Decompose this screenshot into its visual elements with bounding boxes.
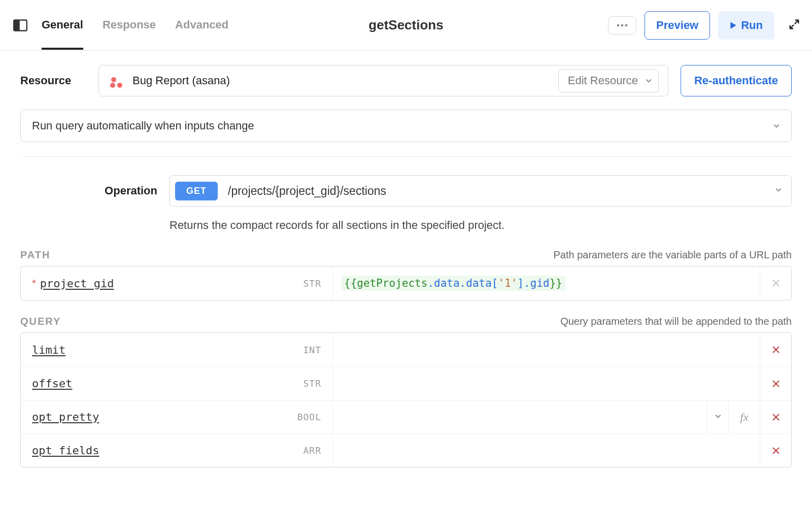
param-type: ARR	[303, 445, 321, 456]
path-title: PATH	[20, 249, 50, 261]
panel-layout-icon[interactable]	[12, 17, 28, 33]
svg-point-3	[621, 24, 624, 26]
run-mode-select[interactable]: Run query automatically when inputs chan…	[20, 110, 792, 142]
expand-icon[interactable]	[789, 19, 800, 32]
param-name[interactable]: limit	[32, 344, 65, 356]
path-section-header: PATH Path parameters are the variable pa…	[20, 249, 792, 261]
param-value-input[interactable]	[333, 367, 760, 400]
query-description: Query parameters that will be appended t…	[560, 316, 792, 327]
edit-resource-button[interactable]: Edit Resource	[558, 69, 659, 92]
param-type: INT	[303, 345, 321, 355]
svg-point-4	[625, 24, 628, 26]
delete-param-button[interactable]	[760, 400, 791, 433]
resource-row: Resource Bug Report (asana) Edit Resourc…	[20, 65, 792, 96]
param-key-cell: opt_fieldsARR	[21, 434, 333, 467]
run-button[interactable]: Run	[718, 11, 774, 40]
param-name[interactable]: opt_pretty	[32, 411, 99, 423]
param-name[interactable]: project_gid	[40, 277, 114, 290]
bool-dropdown[interactable]	[707, 400, 728, 433]
template-expression: {{getProjects.data.data['1'].gid}}	[341, 276, 565, 291]
path-params-table: *project_gidSTR{{getProjects.data.data['…	[20, 266, 792, 300]
param-type: STR	[303, 378, 321, 389]
svg-rect-1	[14, 20, 20, 30]
param-value-input[interactable]: {{getProjects.data.data['1'].gid}}	[333, 266, 760, 300]
param-row: *project_gidSTR{{getProjects.data.data['…	[21, 266, 791, 300]
chevron-down-icon	[645, 74, 652, 87]
query-title: QUERY	[20, 316, 61, 327]
http-method-badge: GET	[175, 182, 218, 200]
tab-advanced[interactable]: Advanced	[175, 1, 228, 50]
reauthenticate-button[interactable]: Re-authenticate	[681, 65, 792, 96]
required-asterisk: *	[32, 278, 36, 289]
resource-select[interactable]: Bug Report (asana) Edit Resource	[98, 65, 668, 96]
play-icon	[730, 21, 737, 29]
run-mode-label: Run query automatically when inputs chan…	[32, 119, 254, 132]
param-value-input[interactable]	[333, 333, 760, 366]
query-editor-header: General Response Advanced getSections Pr…	[0, 0, 812, 51]
operation-row: Operation GET /projects/{project_gid}/se…	[20, 175, 792, 207]
svg-point-2	[617, 24, 620, 26]
param-value-input[interactable]	[333, 434, 760, 467]
tab-response[interactable]: Response	[103, 1, 156, 50]
param-type: STR	[303, 278, 321, 289]
operation-description: Returns the compact records for all sect…	[170, 219, 792, 232]
param-type: BOOL	[297, 412, 321, 422]
resource-name: Bug Report (asana)	[132, 74, 230, 87]
delete-param-button[interactable]	[760, 434, 791, 467]
delete-param-button[interactable]	[760, 333, 791, 366]
param-value-input[interactable]	[333, 400, 707, 433]
param-row: limitINT	[21, 333, 791, 366]
operation-label: Operation	[20, 184, 157, 197]
query-section-header: QUERY Query parameters that will be appe…	[20, 316, 792, 327]
param-name[interactable]: offset	[32, 377, 72, 390]
operation-select[interactable]: GET /projects/{project_gid}/sections	[170, 175, 792, 207]
more-menu-button[interactable]	[608, 16, 636, 35]
param-row: opt_fieldsARR	[21, 433, 791, 467]
endpoint-path: /projects/{project_gid}/sections	[228, 184, 386, 198]
query-name[interactable]: getSections	[368, 17, 443, 33]
param-key-cell: limitINT	[21, 333, 333, 366]
chevron-down-icon	[773, 119, 780, 132]
param-name[interactable]: opt_fields	[32, 444, 99, 457]
param-row: offsetSTR	[21, 366, 791, 400]
tab-general[interactable]: General	[42, 1, 83, 50]
param-key-cell: *project_gidSTR	[21, 266, 333, 300]
header-actions: Preview Run	[608, 11, 800, 40]
fx-toggle[interactable]: fx	[728, 400, 760, 433]
param-key-cell: offsetSTR	[21, 367, 333, 400]
preview-button[interactable]: Preview	[645, 11, 710, 40]
path-description: Path parameters are the variable parts o…	[553, 249, 792, 261]
resource-label: Resource	[20, 74, 86, 87]
chevron-down-icon	[775, 186, 782, 195]
edit-resource-label: Edit Resource	[568, 74, 638, 87]
param-key-cell: opt_prettyBOOL	[21, 400, 333, 433]
query-params-table: limitINToffsetSTRopt_prettyBOOLfxopt_fie…	[20, 332, 792, 467]
ellipsis-icon	[617, 24, 628, 27]
asana-icon	[108, 77, 125, 82]
param-row: opt_prettyBOOLfx	[21, 400, 791, 433]
run-button-label: Run	[741, 19, 763, 32]
editor-body: Resource Bug Report (asana) Edit Resourc…	[0, 51, 812, 506]
delete-param-button[interactable]	[760, 266, 791, 300]
editor-tabs: General Response Advanced	[42, 1, 228, 50]
divider	[20, 156, 792, 157]
delete-param-button[interactable]	[760, 367, 791, 400]
